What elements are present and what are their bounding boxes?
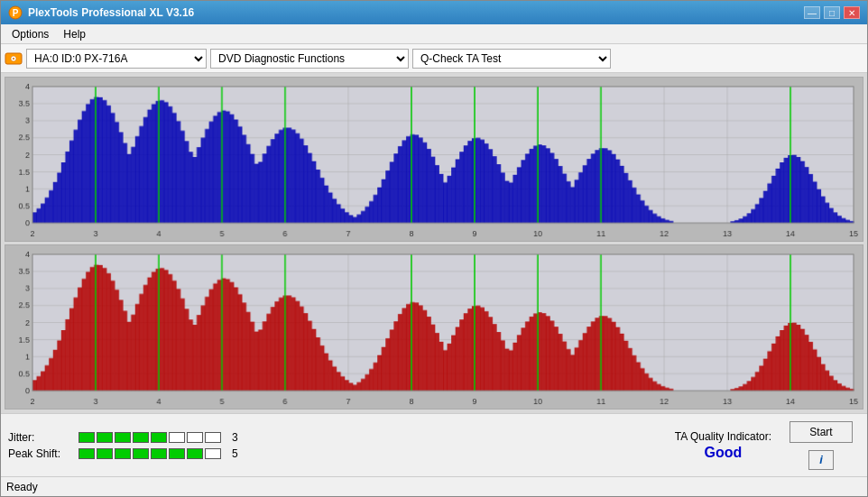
progress-block-6	[169, 432, 185, 443]
peakshift-value: 5	[232, 447, 238, 460]
title-bar: P PlexTools Professional XL V3.16 — □ ✕	[1, 1, 867, 24]
top-chart-container	[5, 77, 863, 242]
status-bar: Ready	[1, 476, 867, 496]
progress-block-3	[115, 448, 131, 459]
close-button[interactable]: ✕	[844, 6, 860, 19]
progress-block-1	[78, 448, 95, 459]
charts-area	[1, 73, 867, 413]
svg-point-4	[13, 58, 14, 60]
menu-bar: Options Help	[1, 24, 867, 44]
menu-help[interactable]: Help	[56, 26, 93, 42]
progress-block-7	[187, 432, 203, 443]
ta-quality-label: TA Quality Indicator:	[675, 430, 771, 443]
device-section: HA:0 ID:0 PX-716A	[5, 49, 207, 69]
disc-drive-icon	[5, 50, 23, 68]
status-text: Ready	[6, 481, 38, 493]
progress-block-8	[205, 432, 221, 443]
progress-block-2	[97, 432, 113, 443]
info-button[interactable]: i	[808, 450, 834, 470]
start-area: Start i	[790, 421, 860, 470]
progress-block-2	[97, 448, 113, 459]
progress-block-3	[115, 432, 131, 443]
bottom-chart	[5, 245, 863, 409]
plex-icon: P	[8, 5, 23, 20]
title-bar-controls: — □ ✕	[804, 6, 860, 19]
app-window: P PlexTools Professional XL V3.16 — □ ✕ …	[0, 0, 868, 497]
bottom-panel: Jitter: 3 Peak Shift: 5 TA Quality Indic…	[1, 413, 867, 476]
jitter-progress	[78, 432, 221, 443]
progress-block-7	[187, 448, 203, 459]
title-bar-left: P PlexTools Professional XL V3.16	[8, 5, 194, 20]
peakshift-label: Peak Shift:	[8, 447, 71, 460]
function-select[interactable]: DVD Diagnostic Functions	[210, 49, 409, 69]
minimize-button[interactable]: —	[804, 6, 820, 19]
progress-block-1	[78, 432, 95, 443]
jitter-label: Jitter:	[8, 431, 71, 444]
jitter-value: 3	[232, 431, 238, 444]
progress-block-8	[205, 448, 221, 459]
device-select[interactable]: HA:0 ID:0 PX-716A	[26, 49, 207, 69]
ta-quality-value: Good	[675, 445, 771, 461]
stats-area: Jitter: 3 Peak Shift: 5	[8, 431, 657, 460]
menu-options[interactable]: Options	[5, 26, 56, 42]
jitter-row: Jitter: 3	[8, 431, 657, 444]
progress-block-4	[133, 448, 149, 459]
peakshift-row: Peak Shift: 5	[8, 447, 657, 460]
svg-text:P: P	[13, 8, 19, 18]
progress-block-6	[169, 448, 185, 459]
peakshift-progress	[78, 448, 221, 459]
toolbar: HA:0 ID:0 PX-716A DVD Diagnostic Functio…	[1, 44, 867, 73]
progress-block-4	[133, 432, 149, 443]
test-select[interactable]: Q-Check TA Test	[412, 49, 611, 69]
progress-block-5	[151, 448, 167, 459]
ta-quality-area: TA Quality Indicator: Good	[657, 430, 790, 461]
progress-block-5	[151, 432, 167, 443]
top-chart	[5, 78, 863, 241]
bottom-chart-container	[5, 244, 863, 410]
maximize-button[interactable]: □	[824, 6, 840, 19]
window-title: PlexTools Professional XL V3.16	[28, 6, 194, 19]
start-button[interactable]: Start	[790, 421, 853, 443]
